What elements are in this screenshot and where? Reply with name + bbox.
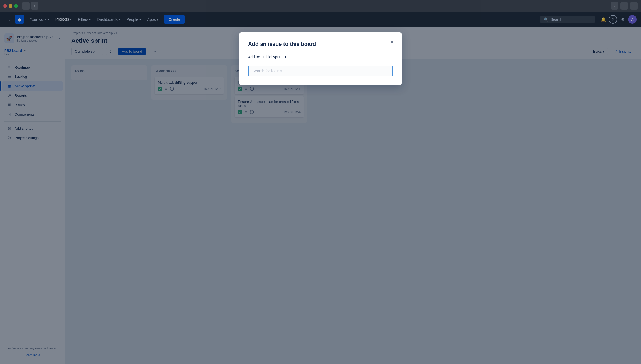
sprint-value: Initial sprint [263, 55, 282, 59]
modal-backdrop[interactable]: Add an issue to this board ✕ Add to: Ini… [0, 0, 641, 364]
modal-close-button[interactable]: ✕ [388, 38, 396, 46]
modal-title: Add an issue to this board [248, 41, 393, 47]
add-to-label: Add to: [248, 55, 260, 59]
sprint-chevron-icon: ▾ [285, 55, 286, 59]
issue-search-input[interactable] [248, 66, 393, 76]
modal-add-to-field: Add to: Initial sprint ▾ [248, 54, 393, 60]
add-issue-modal: Add an issue to this board ✕ Add to: Ini… [239, 32, 402, 85]
sprint-selector[interactable]: Initial sprint ▾ [263, 54, 286, 60]
